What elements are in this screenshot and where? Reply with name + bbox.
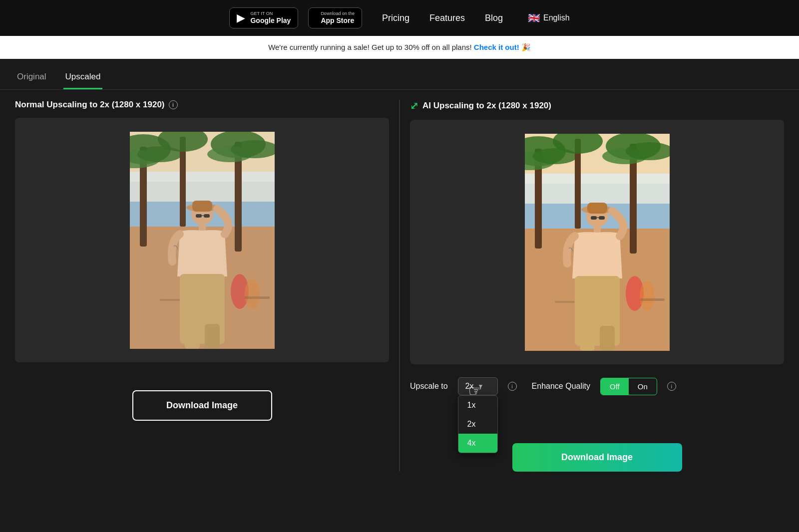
tab-original[interactable]: Original	[15, 68, 48, 89]
app-store-text: Download on the App Store	[321, 11, 355, 25]
tab-upscaled[interactable]: Upscaled	[63, 68, 103, 89]
left-panel: Normal Upscaling to 2x (1280 x 1920) i	[15, 100, 394, 472]
svg-rect-17	[192, 201, 212, 212]
svg-rect-52	[580, 326, 595, 351]
language-label: English	[543, 13, 569, 22]
google-play-icon: ▶	[237, 11, 245, 24]
toggle-on-button[interactable]: On	[629, 378, 657, 395]
upscale-to-label: Upscale to	[410, 382, 448, 391]
left-image	[130, 132, 275, 349]
svg-point-55	[640, 281, 655, 311]
google-play-button[interactable]: ▶ GET IT ON Google Play	[229, 7, 298, 28]
pricing-link[interactable]: Pricing	[382, 13, 409, 23]
language-selector[interactable]: 🇬🇧 English	[528, 12, 569, 24]
ai-upscale-icon: ⤢	[410, 100, 418, 112]
svg-rect-28	[160, 299, 180, 301]
svg-rect-57	[555, 301, 575, 303]
right-download-button[interactable]: Download Image	[512, 443, 682, 472]
features-link[interactable]: Features	[429, 13, 465, 23]
flag-icon: 🇬🇧	[528, 12, 540, 24]
dropdown-option-2x[interactable]: 2x	[458, 415, 497, 434]
svg-rect-23	[185, 324, 200, 349]
svg-rect-18	[196, 214, 202, 218]
svg-rect-24	[205, 324, 220, 349]
tabs-row: Original Upscaled	[0, 59, 799, 90]
svg-rect-48	[599, 216, 605, 220]
upscale-dropdown-button[interactable]: 2x ▼	[458, 377, 498, 395]
dropdown-option-1x[interactable]: 1x	[458, 396, 497, 415]
svg-rect-19	[204, 214, 210, 218]
main-content: Normal Upscaling to 2x (1280 x 1920) i	[0, 90, 799, 482]
svg-rect-46	[587, 203, 607, 214]
enhance-info-icon[interactable]: i	[667, 382, 676, 391]
google-play-text: GET IT ON Google Play	[250, 11, 291, 25]
svg-rect-56	[640, 298, 665, 301]
dropdown-option-4x[interactable]: 4x	[458, 434, 497, 453]
upscale-info-icon[interactable]: i	[508, 382, 517, 391]
dropdown-arrow-icon: ▼	[478, 383, 484, 390]
enhance-toggle-group: Off On	[600, 378, 657, 395]
left-image-container	[15, 118, 389, 362]
left-panel-title: Normal Upscaling to 2x (1280 x 1920) i	[15, 100, 389, 110]
svg-rect-27	[245, 296, 270, 299]
svg-rect-47	[591, 216, 597, 220]
app-store-button[interactable]: Download on the App Store	[308, 7, 362, 28]
blog-link[interactable]: Blog	[485, 13, 503, 23]
upscale-value: 2x	[465, 382, 474, 391]
controls-row: Upscale to 2x ▼ 1x 2x 4x ☞ i E	[410, 377, 784, 395]
right-panel-title: ⤢ AI Upscaling to 2x (1280 x 1920)	[410, 100, 784, 112]
upscale-dropdown-menu: 1x 2x 4x	[458, 395, 498, 453]
sale-banner: We're currently running a sale! Get up t…	[0, 36, 799, 59]
left-info-icon[interactable]: i	[169, 100, 178, 109]
upscale-select-wrapper: 2x ▼ 1x 2x 4x ☞	[458, 377, 498, 395]
sale-link[interactable]: Check it out! 🎉	[474, 43, 531, 51]
right-image	[525, 134, 670, 351]
header: ▶ GET IT ON Google Play Download on the …	[0, 0, 799, 36]
header-nav: Pricing Features Blog 🇬🇧 English	[382, 12, 570, 24]
left-download-button[interactable]: Download Image	[132, 390, 272, 421]
svg-point-26	[245, 279, 260, 309]
enhance-quality-label: Enhance Quality	[532, 382, 590, 391]
panel-divider	[399, 100, 400, 472]
right-panel: ⤢ AI Upscaling to 2x (1280 x 1920)	[405, 100, 784, 472]
panels-wrapper: Normal Upscaling to 2x (1280 x 1920) i	[15, 100, 784, 472]
svg-rect-53	[600, 326, 615, 351]
right-image-container	[410, 120, 784, 364]
toggle-off-button[interactable]: Off	[601, 378, 629, 395]
